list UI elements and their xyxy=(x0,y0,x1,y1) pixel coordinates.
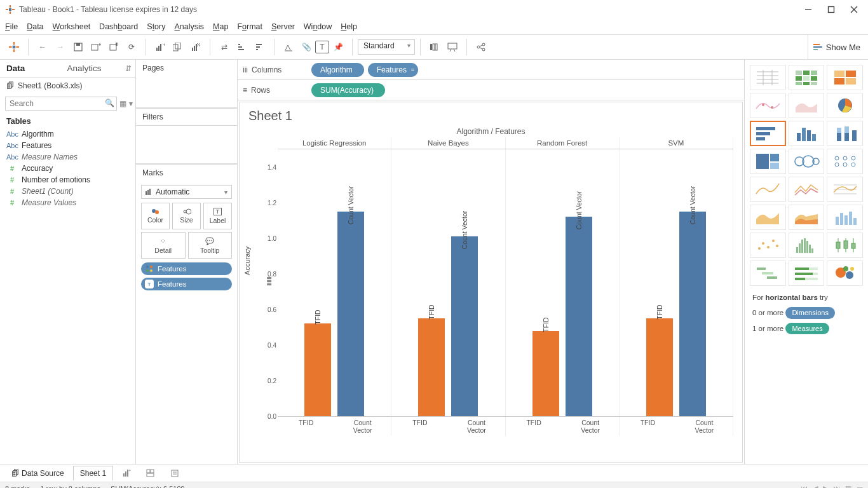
maximize-button[interactable] xyxy=(827,6,835,13)
save-button[interactable] xyxy=(69,38,87,56)
new-worksheet-button[interactable]: + xyxy=(151,38,169,56)
marks-pill-features-color[interactable]: Features xyxy=(141,262,232,275)
menu-dashboard[interactable]: Dashboard xyxy=(99,22,138,31)
viz-type-22[interactable] xyxy=(789,261,825,286)
pin-button[interactable]: 📌 xyxy=(329,38,347,56)
new-story-tab[interactable] xyxy=(164,466,186,480)
field-measure-values[interactable]: #Measure Values xyxy=(4,197,132,208)
menu-story[interactable]: Story xyxy=(147,22,165,31)
viz-type-5[interactable] xyxy=(827,93,863,118)
x-tick[interactable]: TFID xyxy=(391,417,448,436)
show-me-toggle[interactable]: Show Me xyxy=(808,35,865,59)
sheet-title[interactable]: Sheet 1 xyxy=(248,109,733,123)
bar-naive-bayes-count-vector[interactable]: Count Vector xyxy=(451,236,478,416)
field-sheet1-count-[interactable]: #Sheet1 (Count) xyxy=(4,186,132,197)
viz-type-0[interactable] xyxy=(750,65,786,90)
new-datasource-button[interactable] xyxy=(87,38,105,56)
viz-type-20[interactable] xyxy=(827,233,863,258)
viz-type-4[interactable] xyxy=(789,93,825,118)
view-toggle-icon[interactable]: ▦ xyxy=(119,99,126,108)
field-number-of-emotions[interactable]: #Number of emotions xyxy=(4,174,132,186)
menu-map[interactable]: Map xyxy=(213,22,228,31)
viz-type-2[interactable] xyxy=(827,65,863,90)
clear-button[interactable] xyxy=(187,38,205,56)
search-input[interactable] xyxy=(5,97,117,111)
x-tick[interactable]: CountVector xyxy=(448,417,505,436)
tab-datasource[interactable]: 🗐Data Source xyxy=(5,466,71,480)
label-button[interactable]: T xyxy=(315,41,329,53)
marks-detail-button[interactable]: ⁘Detail xyxy=(141,232,186,259)
menu-window[interactable]: Window xyxy=(304,22,332,31)
rows-shelf[interactable]: ≡Rows SUM(Accuracy) xyxy=(238,80,744,100)
presentation-button[interactable] xyxy=(444,38,461,56)
marks-size-button[interactable]: Size xyxy=(172,203,201,229)
menu-format[interactable]: Format xyxy=(237,22,262,31)
field-features[interactable]: AbcFeatures xyxy=(4,140,132,151)
minimize-button[interactable] xyxy=(804,6,812,13)
fit-select[interactable]: Standard xyxy=(358,39,415,55)
highlight-button[interactable] xyxy=(280,38,297,56)
viz-type-17[interactable] xyxy=(827,205,863,230)
bar-random-forest-count-vector[interactable]: Count Vector xyxy=(566,217,592,416)
new-worksheet-tab[interactable]: + xyxy=(116,466,137,480)
viz-type-12[interactable] xyxy=(750,177,786,202)
redo-button[interactable]: → xyxy=(51,38,69,56)
bar-svm-tfid[interactable]: TFID xyxy=(646,318,673,416)
bar-logistic-regression-count-vector[interactable]: Count Vector xyxy=(337,212,364,416)
menu-help[interactable]: Help xyxy=(341,22,357,31)
sort-desc-button[interactable] xyxy=(251,38,269,56)
pause-updates-button[interactable] xyxy=(105,38,123,56)
column-header[interactable]: Random Forest xyxy=(506,137,620,149)
field-algorithm[interactable]: AbcAlgorithm xyxy=(4,128,132,140)
columns-shelf[interactable]: iiiColumns AlgorithmFeatures≡ xyxy=(238,60,744,80)
nav-prev-icon[interactable]: ◀ xyxy=(813,484,818,488)
viz-type-13[interactable] xyxy=(789,177,825,202)
pages-shelf[interactable] xyxy=(136,76,237,108)
marks-pill-features-label[interactable]: T Features xyxy=(141,278,232,290)
close-button[interactable] xyxy=(850,6,858,13)
nav-first-icon[interactable]: ⏮ xyxy=(801,484,808,488)
marks-type-select[interactable]: Automatic xyxy=(141,185,232,199)
nav-last-icon[interactable]: ⏭ xyxy=(833,484,840,488)
bar-svm-count-vector[interactable]: Count Vector xyxy=(679,212,706,416)
marks-label-button[interactable]: TLabel xyxy=(203,203,232,229)
column-header[interactable]: SVM xyxy=(620,137,733,149)
menu-server[interactable]: Server xyxy=(271,22,295,31)
pill-sum-accuracy-[interactable]: SUM(Accuracy) xyxy=(311,83,385,97)
column-header[interactable]: Naive Bayes xyxy=(391,137,505,149)
viz-type-9[interactable] xyxy=(750,149,786,174)
viz-type-19[interactable] xyxy=(789,233,825,258)
duplicate-button[interactable] xyxy=(169,38,187,56)
x-tick[interactable]: TFID xyxy=(620,417,676,436)
viz-type-6[interactable] xyxy=(750,121,786,146)
menu-analysis[interactable]: Analysis xyxy=(174,22,204,31)
sort-asc-button[interactable] xyxy=(233,38,251,56)
marks-color-button[interactable]: Color xyxy=(141,203,170,229)
tab-dropdown[interactable]: ⇵ xyxy=(121,60,135,77)
viz-type-1[interactable] xyxy=(789,65,825,90)
viz-type-16[interactable] xyxy=(789,205,825,230)
viz-type-15[interactable] xyxy=(750,205,786,230)
chart-plot-area[interactable]: TFIDCount VectorTFIDCount VectorTFIDCoun… xyxy=(278,149,733,416)
filter-icon[interactable]: ▾ xyxy=(129,99,133,108)
viz-type-14[interactable] xyxy=(827,177,863,202)
nav-next-icon[interactable]: ▶ xyxy=(823,484,828,488)
viz-type-18[interactable] xyxy=(750,233,786,258)
show-cards-button[interactable] xyxy=(426,38,444,56)
tab-data[interactable]: Data xyxy=(0,60,61,77)
share-button[interactable] xyxy=(472,38,490,56)
x-tick[interactable]: CountVector xyxy=(676,417,733,436)
bar-random-forest-tfid[interactable]: TFID xyxy=(532,331,559,416)
x-tick[interactable]: TFID xyxy=(506,417,562,436)
bar-logistic-regression-tfid[interactable]: TFID xyxy=(304,323,331,416)
x-tick[interactable]: CountVector xyxy=(334,417,391,436)
column-header[interactable]: Logistic Regression xyxy=(278,137,391,149)
grid-view-icon[interactable]: ▦ xyxy=(845,484,851,488)
new-dashboard-tab[interactable] xyxy=(140,466,161,480)
tab-sheet1[interactable]: Sheet 1 xyxy=(73,466,113,480)
viz-type-3[interactable] xyxy=(750,93,786,118)
tableau-logo-button[interactable] xyxy=(5,38,23,56)
pill-algorithm[interactable]: Algorithm xyxy=(311,63,364,77)
datasource-row[interactable]: 🗐 Sheet1 (Book3.xls) xyxy=(0,78,135,94)
refresh-button[interactable]: ⟳ xyxy=(123,38,140,56)
